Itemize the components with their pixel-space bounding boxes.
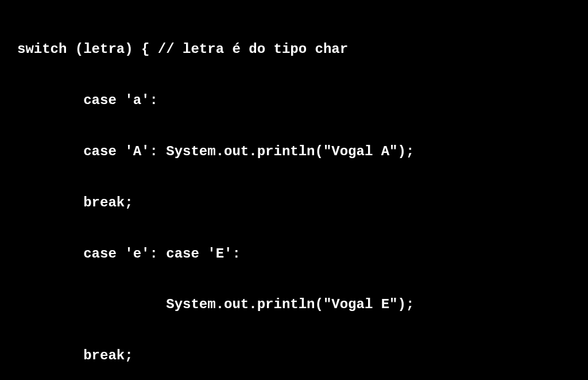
code-line: case 'A': System.out.println("Vogal A"); [17,139,571,164]
code-line: switch (letra) { // letra é do tipo char [17,37,571,62]
code-line: System.out.println("Vogal E"); [17,292,571,317]
code-line: break; [17,190,571,216]
code-line: case 'e': case 'E': [17,241,571,267]
code-block: switch (letra) { // letra é do tipo char… [0,0,588,380]
code-line: case 'a': [17,88,571,113]
code-line: break; [17,343,571,369]
